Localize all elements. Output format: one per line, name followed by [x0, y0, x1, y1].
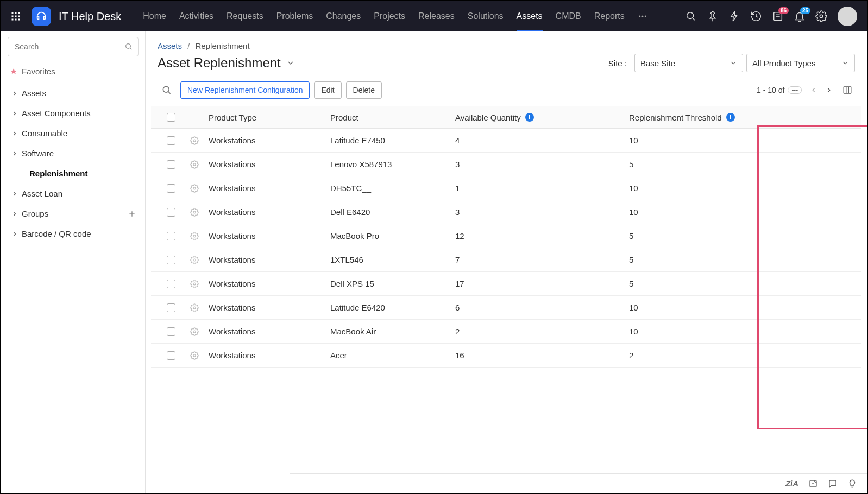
nav-cmdb[interactable]: CMDB — [549, 1, 588, 31]
info-icon[interactable]: i — [726, 113, 735, 122]
row-gear-icon[interactable] — [184, 160, 205, 169]
row-checkbox[interactable] — [167, 280, 175, 288]
cell-product: MacBook Pro — [330, 231, 455, 240]
row-checkbox[interactable] — [167, 256, 175, 264]
settings-icon[interactable] — [810, 5, 832, 27]
delete-button[interactable]: Delete — [346, 81, 382, 99]
pagination-more[interactable]: ••• — [788, 86, 802, 94]
row-gear-icon[interactable] — [184, 136, 205, 145]
row-checkbox[interactable] — [167, 232, 175, 240]
svg-point-18 — [820, 15, 823, 18]
nav-problems[interactable]: Problems — [270, 1, 320, 31]
cell-threshold: 10 — [629, 207, 749, 217]
zia-icon[interactable]: ZiA — [785, 479, 798, 488]
select-all-checkbox[interactable] — [167, 113, 175, 122]
cell-product: Dell E6420 — [330, 207, 455, 217]
table-row[interactable]: WorkstationsLatitude E7450410 — [151, 129, 861, 153]
sidebar-item-asset-loan[interactable]: Asset Loan — [8, 183, 139, 204]
avatar[interactable] — [838, 7, 857, 26]
nav-assets[interactable]: Assets — [510, 1, 549, 31]
nav-projects[interactable]: Projects — [367, 1, 412, 31]
nav-releases[interactable]: Releases — [412, 1, 461, 31]
svg-point-34 — [193, 283, 196, 285]
sidebar-item-barcode-qr-code[interactable]: Barcode / QR code — [8, 224, 139, 244]
svg-point-12 — [687, 12, 694, 19]
table-row[interactable]: WorkstationsMacBook Pro125 — [151, 224, 861, 248]
pagination-next[interactable] — [821, 83, 836, 98]
pagination-prev[interactable] — [806, 83, 821, 98]
cell-product-type: Workstations — [205, 351, 330, 360]
product-type-dropdown[interactable]: All Product Types — [746, 54, 855, 72]
row-checkbox[interactable] — [167, 303, 175, 312]
svg-line-20 — [130, 48, 131, 49]
table-row[interactable]: WorkstationsDell E6420310 — [151, 200, 861, 224]
notifications-icon[interactable]: 25 — [789, 5, 810, 27]
edit-button[interactable]: Edit — [314, 81, 341, 99]
row-checkbox[interactable] — [167, 184, 175, 193]
row-gear-icon[interactable] — [184, 303, 205, 312]
sidebar-search-input[interactable] — [8, 37, 139, 56]
note-icon[interactable] — [808, 479, 818, 489]
table-row[interactable]: WorkstationsLenovo X58791335 — [151, 153, 861, 176]
table-row[interactable]: Workstations1XTL54675 — [151, 248, 861, 272]
sidebar-item-asset-components[interactable]: Asset Components — [8, 103, 139, 123]
nav-changes[interactable]: Changes — [319, 1, 367, 31]
row-gear-icon[interactable] — [184, 208, 205, 217]
row-gear-icon[interactable] — [184, 327, 205, 336]
nav-requests[interactable]: Requests — [220, 1, 270, 31]
svg-line-24 — [168, 92, 171, 94]
info-icon[interactable]: i — [525, 113, 534, 122]
row-gear-icon[interactable] — [184, 351, 205, 360]
cell-threshold: 5 — [629, 255, 749, 264]
column-product[interactable]: Product — [330, 113, 455, 122]
table-row[interactable]: WorkstationsAcer162 — [151, 344, 861, 368]
global-search-icon[interactable] — [680, 5, 702, 27]
column-available-quantity[interactable]: Available Quantity i — [455, 113, 629, 122]
nav-more[interactable] — [631, 1, 654, 31]
sidebar-item-consumable[interactable]: Consumable — [8, 123, 139, 143]
site-dropdown[interactable]: Base Site — [634, 54, 743, 72]
row-checkbox[interactable] — [167, 327, 175, 336]
row-gear-icon[interactable] — [184, 280, 205, 288]
nav-home[interactable]: Home — [136, 1, 173, 31]
nav-activities[interactable]: Activities — [173, 1, 220, 31]
row-checkbox[interactable] — [167, 208, 175, 217]
row-gear-icon[interactable] — [184, 256, 205, 264]
apps-grid-icon[interactable] — [11, 11, 21, 21]
bolt-icon[interactable] — [724, 5, 745, 27]
table-row[interactable]: WorkstationsMacBook Air210 — [151, 320, 861, 344]
column-replenishment-threshold[interactable]: Replenishment Threshold i — [629, 113, 749, 122]
cell-threshold: 5 — [629, 160, 749, 169]
row-checkbox[interactable] — [167, 351, 175, 360]
search-icon — [124, 42, 133, 51]
tips-icon[interactable] — [847, 479, 857, 489]
table-row[interactable]: WorkstationsDH55TC__110 — [151, 176, 861, 200]
title-chevron-down-icon[interactable] — [286, 59, 295, 67]
favorites-row[interactable]: ★ Favorites — [8, 63, 139, 83]
table-row[interactable]: WorkstationsLatitude E6420610 — [151, 296, 861, 320]
sidebar-item-replenishment[interactable]: Replenishment — [8, 163, 139, 183]
nav-reports[interactable]: Reports — [588, 1, 631, 31]
chat-icon[interactable] — [828, 479, 838, 489]
plus-icon[interactable] — [128, 210, 136, 218]
column-product-type[interactable]: Product Type — [205, 113, 330, 122]
row-checkbox[interactable] — [167, 136, 175, 145]
new-replenishment-button[interactable]: New Replenishment Configuration — [180, 81, 310, 99]
history-icon[interactable] — [745, 5, 767, 27]
row-gear-icon[interactable] — [184, 184, 205, 193]
sidebar-item-assets[interactable]: Assets — [8, 83, 139, 103]
sidebar-item-software[interactable]: Software — [8, 143, 139, 163]
cell-quantity: 6 — [455, 303, 629, 312]
nav-solutions[interactable]: Solutions — [461, 1, 510, 31]
row-gear-icon[interactable] — [184, 232, 205, 240]
table-search-icon[interactable] — [158, 81, 176, 99]
announcements-icon[interactable]: 86 — [767, 5, 789, 27]
cell-quantity: 7 — [455, 255, 629, 264]
column-settings-icon[interactable] — [840, 83, 855, 98]
row-checkbox[interactable] — [167, 160, 175, 169]
pin-icon[interactable] — [702, 5, 724, 27]
table-row[interactable]: WorkstationsDell XPS 15175 — [151, 272, 861, 296]
sidebar-item-groups[interactable]: Groups — [8, 204, 139, 224]
breadcrumb-root[interactable]: Assets — [158, 41, 182, 50]
sidebar-item-label: Groups — [22, 209, 48, 218]
